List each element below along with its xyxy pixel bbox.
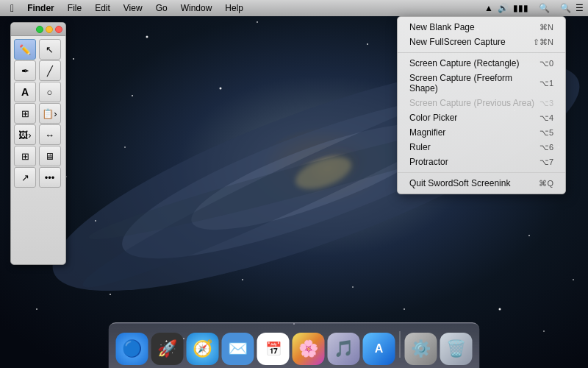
ruler-item[interactable]: Ruler ⌥6 bbox=[398, 140, 565, 155]
svg-point-15 bbox=[132, 95, 133, 96]
toolbar-minimize-button[interactable] bbox=[46, 26, 53, 33]
dock: 🔵 🚀 🧭 ✉️ 📅 🌸 🎵 A ⚙️ 🗑️ bbox=[109, 322, 480, 368]
dock-launchpad[interactable]: 🚀 bbox=[151, 333, 184, 365]
help-menu[interactable]: Help bbox=[219, 0, 249, 16]
new-fullscreen-item[interactable]: New FullScreen Capture ⇧⌘N bbox=[398, 35, 565, 49]
toolbar-maximize-button[interactable] bbox=[36, 26, 43, 33]
svg-point-22 bbox=[528, 235, 530, 236]
window-menu[interactable]: Window bbox=[175, 0, 218, 16]
select-tool[interactable]: ↖ bbox=[39, 39, 61, 60]
svg-point-24 bbox=[36, 308, 37, 310]
dropdown-menu: New Blank Page ⌘N New FullScreen Capture… bbox=[397, 16, 566, 194]
apps-tool[interactable]: ⊞ bbox=[14, 146, 36, 166]
desktop:  Finder File Edit View Go Window Help ▲… bbox=[0, 0, 588, 368]
dock-appstore[interactable]: A bbox=[363, 333, 395, 365]
search-icon[interactable]: 🔍 bbox=[560, 3, 571, 13]
menu-separator-1 bbox=[398, 52, 565, 53]
screen-capture-freeform-item[interactable]: Screen Capture (Freeform Shape) ⌥1 bbox=[398, 71, 565, 96]
dock-calendar[interactable]: 📅 bbox=[257, 333, 290, 365]
view-menu[interactable]: View bbox=[118, 0, 148, 16]
screen-capture-prev-item: Screen Capture (Previous Area) ⌥3 bbox=[398, 96, 565, 110]
file-menu[interactable]: File bbox=[62, 0, 87, 16]
toolbar-titlebar bbox=[11, 23, 65, 36]
go-menu[interactable]: Go bbox=[150, 0, 173, 16]
menubar-right: ▲ 🔊 ▮▮▮ 🔍 🔍 ☰ bbox=[484, 0, 588, 16]
svg-point-25 bbox=[110, 294, 111, 295]
menubar-left:  Finder File Edit View Go Window Help bbox=[0, 0, 249, 16]
edit-menu[interactable]: Edit bbox=[89, 0, 116, 16]
page-tool[interactable]: 📋› bbox=[39, 103, 61, 124]
grid-tool[interactable]: ⊞ bbox=[14, 103, 36, 124]
dock-safari[interactable]: 🧭 bbox=[187, 333, 219, 365]
svg-point-34 bbox=[242, 279, 243, 280]
screen-capture-rect-item[interactable]: Screen Capture (Rectangle) ⌥0 bbox=[398, 56, 565, 71]
toolbar-grid: ✏️ ↖ ✒ ╱ A ○ ⊞ 📋› 🖼› ↔ ⊞ 🖥 ↗ ••• bbox=[11, 36, 65, 191]
svg-point-16 bbox=[220, 88, 222, 90]
dock-photos[interactable]: 🌸 bbox=[293, 333, 325, 365]
dock-mail[interactable]: ✉️ bbox=[222, 333, 254, 365]
finder-menu[interactable]: Finder bbox=[21, 0, 60, 16]
magnifier-item[interactable]: Magnifier ⌥5 bbox=[398, 125, 565, 140]
dock-trash[interactable]: 🗑️ bbox=[440, 333, 473, 365]
dock-finder[interactable]: 🔵 bbox=[116, 333, 148, 365]
username-label[interactable]: 🔍 bbox=[533, 0, 556, 16]
share-tool[interactable]: ↗ bbox=[14, 167, 36, 188]
svg-point-35 bbox=[352, 286, 354, 288]
svg-point-23 bbox=[573, 279, 574, 280]
svg-point-32 bbox=[124, 146, 126, 148]
image-tool[interactable]: 🖼› bbox=[14, 124, 36, 145]
dock-separator bbox=[400, 331, 401, 358]
battery-icon[interactable]: ▮▮▮ bbox=[513, 3, 528, 13]
svg-point-11 bbox=[367, 43, 368, 45]
dock-itunes[interactable]: 🎵 bbox=[328, 333, 360, 365]
menu-separator-2 bbox=[398, 172, 565, 173]
svg-point-10 bbox=[257, 21, 258, 23]
svg-point-26 bbox=[499, 308, 501, 311]
line-tool[interactable]: ╱ bbox=[39, 60, 61, 81]
draw-tool[interactable]: ✏️ bbox=[14, 39, 36, 60]
wifi-icon[interactable]: ▲ bbox=[484, 3, 493, 13]
dock-sysprefs[interactable]: ⚙️ bbox=[405, 333, 437, 365]
svg-point-27 bbox=[543, 330, 545, 332]
arrows-tool[interactable]: ↔ bbox=[39, 124, 61, 145]
quit-item[interactable]: Quit SwordSoft Screenink ⌘Q bbox=[398, 176, 565, 191]
volume-icon[interactable]: 🔊 bbox=[498, 3, 509, 13]
toolbar-panel: ✏️ ↖ ✒ ╱ A ○ ⊞ 📋› 🖼› ↔ ⊞ 🖥 ↗ ••• bbox=[10, 22, 66, 265]
svg-point-9 bbox=[146, 36, 148, 38]
svg-point-8 bbox=[73, 58, 74, 60]
color-picker-item[interactable]: Color Picker ⌥4 bbox=[398, 110, 565, 125]
svg-point-20 bbox=[95, 220, 96, 222]
screen-tool[interactable]: 🖥 bbox=[39, 146, 61, 166]
protractor-item[interactable]: Protractor ⌥7 bbox=[398, 155, 565, 169]
svg-point-30 bbox=[404, 308, 405, 310]
more-tool[interactable]: ••• bbox=[39, 167, 61, 188]
apple-menu[interactable]:  bbox=[4, 0, 20, 16]
pen-tool[interactable]: ✒ bbox=[14, 60, 36, 81]
new-blank-page-item[interactable]: New Blank Page ⌘N bbox=[398, 20, 565, 35]
ellipse-tool[interactable]: ○ bbox=[39, 82, 61, 102]
text-tool[interactable]: A bbox=[14, 82, 36, 102]
notification-icon[interactable]: ☰ bbox=[576, 3, 584, 13]
toolbar-close-button[interactable] bbox=[55, 26, 62, 33]
menubar:  Finder File Edit View Go Window Help ▲… bbox=[0, 0, 588, 16]
